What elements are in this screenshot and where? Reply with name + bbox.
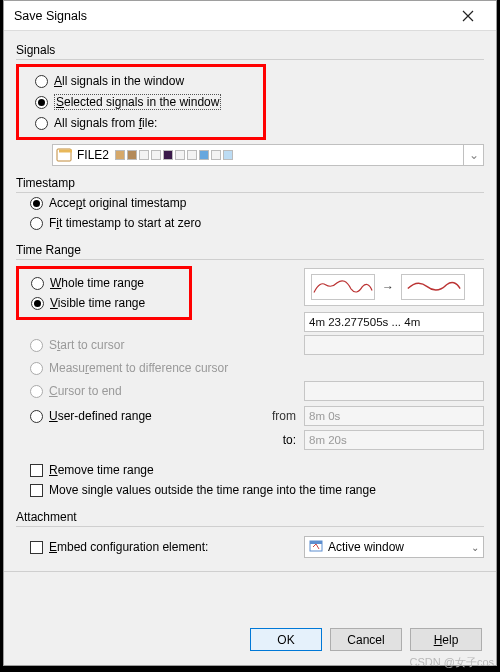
file-selector[interactable]: FILE2 ⌄ [52, 144, 484, 166]
user-to-input[interactable]: 8m 20s [304, 430, 484, 450]
dropdown-value: Active window [328, 540, 404, 554]
signals-section-label: Signals [16, 43, 484, 57]
radio-label: Start to cursor [49, 338, 124, 352]
radio-label: Fit timestamp to start at zero [49, 216, 201, 230]
cursor-end-value [304, 381, 484, 401]
radio-all-window[interactable]: All signals in the window [21, 71, 261, 91]
radio-label: Visible time range [50, 296, 145, 310]
arrow-right-icon: → [381, 280, 395, 294]
radio-icon [30, 217, 43, 230]
save-signals-dialog: Save Signals Signals All signals in the … [3, 0, 497, 666]
radio-icon [30, 339, 43, 352]
watermark: CSDN @女子cos [409, 655, 494, 670]
waveform-zoom-icon [401, 274, 465, 300]
swatch [139, 150, 149, 160]
radio-icon [30, 197, 43, 210]
radio-icon [35, 96, 48, 109]
radio-whole-range[interactable]: Whole time range [21, 273, 187, 293]
window-title: Save Signals [14, 9, 448, 23]
checkbox-label: Remove time range [49, 463, 154, 477]
checkbox-label: Move single values outside the time rang… [49, 483, 376, 497]
timestamp-section-label: Timestamp [16, 176, 484, 190]
swatch [151, 150, 161, 160]
radio-user-range[interactable]: User-defined range from 8m 0s [16, 404, 484, 428]
visible-range-value: 4m 23.277505s ... 4m 31.144918s [304, 312, 484, 332]
checkbox-icon [30, 484, 43, 497]
radio-meas-diff[interactable]: Measurement to difference cursor [16, 358, 484, 378]
radio-label: All signals from file: [54, 116, 157, 130]
from-label: from [256, 409, 296, 423]
dialog-content: Signals All signals in the window Select… [4, 31, 496, 618]
radio-fit-timestamp[interactable]: Fit timestamp to start at zero [16, 213, 484, 233]
embed-label: Embed configuration element: [49, 540, 208, 554]
radio-label: Accept original timestamp [49, 196, 186, 210]
radio-icon [30, 385, 43, 398]
signals-highlight: All signals in the window Selected signa… [16, 64, 266, 140]
ok-button[interactable]: OK [250, 628, 322, 651]
swatch [127, 150, 137, 160]
file-dropdown-arrow[interactable]: ⌄ [463, 145, 483, 165]
checkbox-embed[interactable] [30, 541, 43, 554]
radio-icon [35, 117, 48, 130]
cancel-button[interactable]: Cancel [330, 628, 402, 651]
checkbox-move-values[interactable]: Move single values outside the time rang… [16, 480, 484, 500]
start-cursor-value [304, 335, 484, 355]
radio-icon [31, 277, 44, 290]
swatch [223, 150, 233, 160]
attachment-section-label: Attachment [16, 510, 484, 524]
to-label: to: [256, 433, 296, 447]
radio-start-cursor[interactable]: Start to cursor [16, 332, 484, 358]
waveform-full-icon [311, 274, 375, 300]
radio-label: Selected signals in the window [54, 94, 221, 110]
radio-cursor-end[interactable]: Cursor to end [16, 378, 484, 404]
radio-label: Measurement to difference cursor [49, 361, 228, 375]
swatch [211, 150, 221, 160]
file-name: FILE2 [77, 148, 109, 162]
attachment-dropdown[interactable]: Active window ⌄ [304, 536, 484, 558]
radio-icon [30, 362, 43, 375]
checkbox-icon [30, 464, 43, 477]
file-swatches [115, 150, 233, 160]
radio-icon [30, 410, 43, 423]
swatch [187, 150, 197, 160]
timerange-section-label: Time Range [16, 243, 484, 257]
file-icon [55, 146, 73, 164]
swatch [199, 150, 209, 160]
swatch [175, 150, 185, 160]
radio-accept-timestamp[interactable]: Accept original timestamp [16, 193, 484, 213]
radio-visible-range[interactable]: Visible time range [21, 293, 187, 313]
help-button[interactable]: Help [410, 628, 482, 651]
chevron-down-icon: ⌄ [471, 542, 479, 553]
radio-label: Whole time range [50, 276, 144, 290]
window-icon [309, 539, 323, 556]
titlebar: Save Signals [4, 1, 496, 31]
timerange-highlight: Whole time range Visible time range [16, 266, 192, 320]
radio-selected-window[interactable]: Selected signals in the window [21, 91, 261, 113]
radio-from-file[interactable]: All signals from file: [21, 113, 261, 133]
radio-icon [31, 297, 44, 310]
close-icon [462, 10, 474, 22]
radio-label: All signals in the window [54, 74, 184, 88]
radio-label: Cursor to end [49, 384, 122, 398]
close-button[interactable] [448, 2, 488, 30]
checkbox-remove-range[interactable]: Remove time range [16, 460, 484, 480]
swatch [163, 150, 173, 160]
radio-icon [35, 75, 48, 88]
radio-label: User-defined range [49, 409, 152, 423]
user-from-input[interactable]: 8m 0s [304, 406, 484, 426]
waveform-preview: → [304, 268, 484, 306]
swatch [115, 150, 125, 160]
